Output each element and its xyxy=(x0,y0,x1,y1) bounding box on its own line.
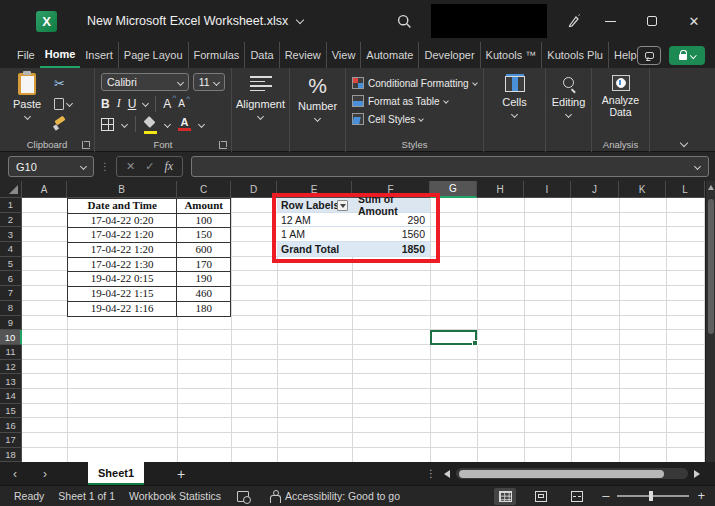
editing-button[interactable]: Editing xyxy=(546,73,591,117)
date-cell[interactable]: 17-04-22 0:20 xyxy=(68,214,177,229)
ribbon-tab[interactable]: View xyxy=(326,42,361,68)
row-header[interactable]: 15 xyxy=(0,404,22,419)
font-size-select[interactable]: 11 xyxy=(193,73,225,91)
font-color-button[interactable]: A xyxy=(178,117,191,131)
pivot-row-label[interactable]: 12 AM xyxy=(277,214,352,226)
enter-icon[interactable]: ✓ xyxy=(145,160,154,173)
fill-color-chevron-icon[interactable] xyxy=(164,120,171,127)
font-dialog-launcher[interactable] xyxy=(219,141,227,149)
amount-cell[interactable]: 180 xyxy=(177,302,231,317)
amount-cell[interactable]: 600 xyxy=(177,243,231,258)
underline-button[interactable]: U xyxy=(128,97,137,111)
zoom-slider-thumb[interactable] xyxy=(649,491,653,501)
data-table-row[interactable]: 17-04-22 0:20 100 xyxy=(68,214,231,229)
row-header[interactable]: 4 xyxy=(0,242,22,257)
sheet-options-dots-icon[interactable]: ⋮ xyxy=(426,462,436,485)
copy-button[interactable] xyxy=(54,95,72,112)
paste-button[interactable]: Paste xyxy=(8,73,46,135)
row-header[interactable]: 3 xyxy=(0,227,22,242)
column-header[interactable]: B xyxy=(67,181,177,198)
pivot-value-header[interactable]: Sum of Amount xyxy=(352,193,430,217)
pivot-grand-total-row[interactable]: Grand Total 1850 xyxy=(277,242,430,257)
column-header[interactable]: H xyxy=(477,181,524,198)
row-header[interactable]: 5 xyxy=(0,257,22,272)
document-title[interactable]: New Microsoft Excel Worksheet.xlsx xyxy=(87,14,288,28)
close-button[interactable]: ✕ xyxy=(673,4,715,38)
column-header[interactable]: D xyxy=(231,181,277,198)
view-page-layout-button[interactable] xyxy=(530,488,552,505)
row-header[interactable]: 10 xyxy=(0,330,22,345)
ribbon-tab[interactable]: Automate xyxy=(360,42,418,68)
horizontal-scroll-track[interactable] xyxy=(456,468,688,479)
ribbon-tab[interactable]: Kutools ™ xyxy=(480,42,542,68)
row-header[interactable]: 2 xyxy=(0,213,22,228)
add-sheet-button[interactable]: + xyxy=(158,462,204,485)
pivot-data-row[interactable]: 1 AM 1560 xyxy=(277,227,430,242)
pivot-row-label[interactable]: 1 AM xyxy=(277,228,352,240)
row-header[interactable]: 18 xyxy=(0,448,22,463)
ribbon-tab[interactable]: Help xyxy=(608,42,637,68)
title-chevron-down-icon[interactable] xyxy=(296,15,304,23)
pivot-grand-total-value[interactable]: 1850 xyxy=(352,243,430,255)
amount-cell[interactable]: 100 xyxy=(177,214,231,229)
horizontal-scroll-thumb[interactable] xyxy=(459,470,664,478)
row-header[interactable]: 1 xyxy=(0,198,22,213)
data-table-row[interactable]: 17-04-22 1:30 170 xyxy=(68,258,231,273)
date-cell[interactable]: 19-04-22 1:16 xyxy=(68,302,177,317)
data-table-header-date[interactable]: Date and Time xyxy=(68,199,177,214)
column-header-selected[interactable]: G xyxy=(430,181,477,198)
row-header[interactable]: 17 xyxy=(0,433,22,448)
macro-record-icon[interactable] xyxy=(237,491,249,502)
select-all-corner[interactable] xyxy=(0,181,22,198)
column-header[interactable]: E xyxy=(277,181,352,198)
row-header[interactable]: 14 xyxy=(0,389,22,404)
pivot-grand-total-label[interactable]: Grand Total xyxy=(277,243,352,255)
ribbon-tab[interactable]: File xyxy=(12,42,40,68)
row-header[interactable]: 9 xyxy=(0,316,22,331)
row-header[interactable]: 12 xyxy=(0,360,22,375)
amount-cell[interactable]: 460 xyxy=(177,287,231,302)
cells-button[interactable]: Cells xyxy=(484,73,545,117)
pivot-row-value[interactable]: 1560 xyxy=(352,228,430,240)
date-cell[interactable]: 19-04-22 0:15 xyxy=(68,272,177,287)
workbook-statistics-button[interactable]: Workbook Statistics xyxy=(129,490,221,502)
fill-color-button[interactable] xyxy=(144,118,157,131)
next-sheet-button[interactable]: › xyxy=(30,462,60,485)
formula-input[interactable] xyxy=(191,156,709,177)
column-header[interactable]: K xyxy=(619,181,666,198)
column-header[interactable]: J xyxy=(571,181,619,198)
vertical-scroll-thumb[interactable] xyxy=(708,199,714,334)
maximize-button[interactable] xyxy=(631,4,673,38)
pivot-header-row[interactable]: Row Labels Sum of Amount xyxy=(277,198,430,213)
amount-cell[interactable]: 190 xyxy=(177,272,231,287)
ribbon-tab[interactable]: Page Layou xyxy=(118,42,188,68)
column-header[interactable]: I xyxy=(524,181,571,198)
status-sheet-info[interactable]: Sheet 1 of 1 xyxy=(58,490,115,502)
selected-cell-G10[interactable] xyxy=(430,330,477,345)
search-icon[interactable] xyxy=(389,6,419,36)
bold-button[interactable]: B xyxy=(101,97,110,111)
accessibility-status[interactable]: Accessibility: Good to go xyxy=(285,490,400,502)
data-table-row[interactable]: 17-04-22 1:20 150 xyxy=(68,228,231,243)
amount-cell[interactable]: 150 xyxy=(177,228,231,243)
analyze-data-button[interactable]: Analyze Data xyxy=(592,73,649,118)
zoom-in-button[interactable]: + xyxy=(697,491,705,501)
scroll-up-icon[interactable] xyxy=(708,185,714,190)
cell-grid[interactable]: Date and Time Amount 17-04-22 0:20 100 1… xyxy=(22,198,705,463)
zoom-slider[interactable] xyxy=(617,495,689,496)
number-button[interactable]: % Number xyxy=(290,73,345,121)
column-header[interactable]: C xyxy=(177,181,231,198)
row-header[interactable]: 8 xyxy=(0,301,22,316)
borders-button[interactable] xyxy=(101,118,114,131)
share-button[interactable] xyxy=(669,46,705,65)
comments-button[interactable] xyxy=(637,46,661,65)
row-header[interactable]: 11 xyxy=(0,345,22,360)
cut-button[interactable]: ✂ xyxy=(54,75,72,92)
italic-button[interactable]: I xyxy=(117,96,121,111)
row-header[interactable]: 7 xyxy=(0,286,22,301)
vertical-scrollbar[interactable] xyxy=(705,181,715,462)
ribbon-tab[interactable]: Review xyxy=(279,42,326,68)
view-page-break-button[interactable] xyxy=(566,488,588,505)
date-cell[interactable]: 19-04-22 1:15 xyxy=(68,287,177,302)
format-painter-button[interactable] xyxy=(54,115,72,132)
